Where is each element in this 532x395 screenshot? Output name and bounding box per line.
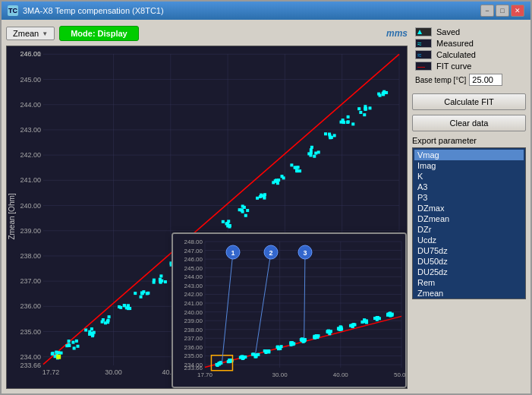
main-window: TC 3MA-X8 Temp compensation (X8TC1) − □ … — [0, 0, 532, 395]
export-item[interactable]: Rem — [414, 277, 524, 288]
mode-display-button[interactable]: Mode: Display — [59, 26, 139, 41]
legend-fitcurve: FIT curve — [415, 62, 523, 71]
export-item[interactable]: DU75dz — [414, 245, 524, 256]
export-item[interactable]: Vmag — [414, 150, 524, 160]
zoom-chart-canvas — [173, 234, 405, 387]
legend-section: Saved Measured Calculated FIT curve Base… — [412, 24, 526, 89]
export-item[interactable]: K — [414, 171, 524, 182]
main-chart-container — [6, 46, 408, 389]
export-section: Export parameter VmagImagKA3P3DZmaxDZmea… — [412, 136, 526, 389]
content-area: Zmean ▼ Mode: Display mms — [2, 20, 530, 393]
export-item[interactable]: DZmax — [414, 203, 524, 213]
minimize-button[interactable]: − — [480, 5, 494, 17]
export-label: Export parameter — [412, 136, 526, 145]
export-item[interactable]: DU50dz — [414, 256, 524, 267]
maximize-button[interactable]: □ — [496, 5, 509, 17]
export-item[interactable]: Imag — [414, 160, 524, 171]
legend-saved: Saved — [415, 27, 523, 36]
app-icon: TC — [8, 5, 18, 16]
measured-icon — [415, 39, 432, 48]
close-button[interactable]: ✕ — [511, 5, 524, 17]
base-temp-input[interactable] — [469, 74, 502, 86]
export-item[interactable]: P3 — [414, 192, 524, 203]
saved-icon — [415, 27, 432, 36]
export-item[interactable]: A3 — [414, 182, 524, 192]
calculate-fit-button[interactable]: Calculate FIT — [412, 93, 526, 110]
legend-calculated: Calculated — [415, 50, 523, 59]
clear-data-button[interactable]: Clear data — [412, 115, 526, 131]
window-title: 3MA-X8 Temp compensation (X8TC1) — [23, 6, 164, 15]
chart-panel: Zmean ▼ Mode: Display mms — [6, 24, 408, 389]
export-item[interactable]: DU25dz — [414, 267, 524, 277]
export-item[interactable]: DZmean — [414, 213, 524, 224]
mms-logo: mms — [386, 28, 408, 39]
export-list[interactable]: VmagImagKA3P3DZmaxDZmeanDZrUcdzDU75dzDU5… — [412, 147, 526, 299]
export-item[interactable]: DZr — [414, 224, 524, 235]
calculated-icon — [415, 50, 432, 59]
export-item[interactable]: Ucdz — [414, 235, 524, 245]
window-controls: − □ ✕ — [480, 5, 524, 17]
base-temp-label: Base temp [°C] — [415, 76, 466, 84]
base-temp-row: Base temp [°C] — [415, 74, 523, 86]
export-item[interactable]: Zmean — [414, 288, 524, 299]
legend-measured: Measured — [415, 39, 523, 48]
fitcurve-icon — [415, 62, 432, 71]
zmean-dropdown[interactable]: Zmean ▼ — [6, 27, 55, 40]
dropdown-arrow-icon: ▼ — [42, 30, 48, 37]
title-bar: TC 3MA-X8 Temp compensation (X8TC1) − □ … — [2, 2, 530, 20]
zoom-inset — [172, 232, 407, 388]
right-panel: Saved Measured Calculated FIT curve Base… — [412, 24, 526, 389]
chart-toolbar: Zmean ▼ Mode: Display mms — [6, 24, 408, 43]
